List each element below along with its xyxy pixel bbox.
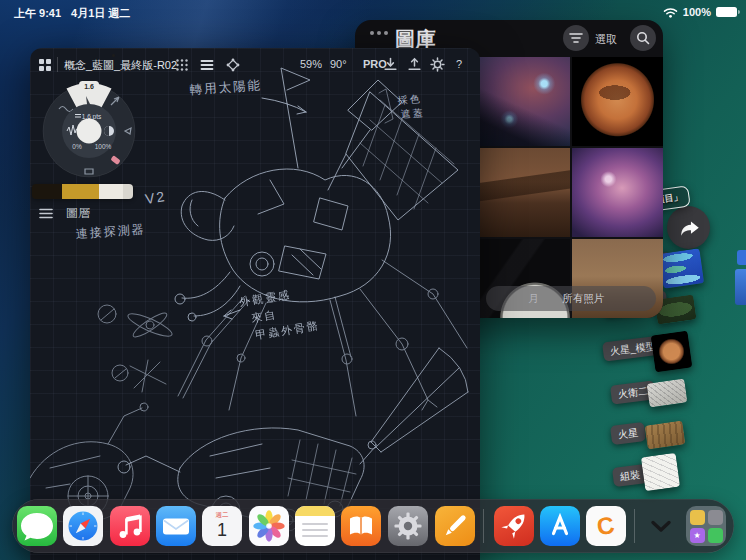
nav-all-photos[interactable]: 所有照片 <box>563 292 605 306</box>
dock-app-sketch-pen[interactable] <box>435 506 475 546</box>
layers-row[interactable]: 圖層 <box>39 205 90 222</box>
rotation-value[interactable]: 90° <box>330 58 347 70</box>
import-button[interactable] <box>383 57 398 72</box>
zoom-level[interactable]: 59% <box>300 58 322 70</box>
nav-months[interactable]: 月 <box>528 292 539 306</box>
opacity-min-label: 0% <box>72 143 82 150</box>
settings-button[interactable] <box>430 57 445 72</box>
drag-item-thumbnail[interactable] <box>645 420 686 449</box>
calendar-day: 1 <box>217 520 227 540</box>
notes-header-band <box>295 506 335 516</box>
photo-thumbnail[interactable] <box>478 57 570 146</box>
gallery-grid-button[interactable] <box>38 58 52 72</box>
dock-div​ider <box>634 509 635 543</box>
swatch-beige[interactable] <box>123 184 133 199</box>
search-button[interactable] <box>630 25 656 51</box>
music-note-icon <box>110 506 150 546</box>
wifi-icon <box>663 7 678 18</box>
edge-peek-item[interactable] <box>735 269 746 305</box>
stroke-size-value: 1.6 <box>84 83 94 90</box>
dots-grid-icon <box>175 58 189 72</box>
dock-app-settings[interactable] <box>388 506 428 546</box>
drag-item-thumbnail[interactable] <box>651 331 693 373</box>
color-swatch-bar[interactable] <box>32 184 133 199</box>
opacity-max-label: 100% <box>95 143 112 150</box>
dock-app-photos[interactable] <box>249 506 289 546</box>
dock-app-books[interactable] <box>341 506 381 546</box>
dock-app-notes[interactable] <box>295 506 335 546</box>
dock: 週二 1 <box>12 499 734 553</box>
drag-item-thumbnail[interactable] <box>647 378 688 407</box>
rocket-icon <box>494 506 534 546</box>
battery-icon <box>716 7 737 17</box>
concepts-c-glyph: C <box>595 511 617 542</box>
swatch-black[interactable] <box>32 184 62 199</box>
library-mini-icon: ★ <box>690 528 705 543</box>
library-mini-icon <box>708 510 723 525</box>
status-left[interactable]: 上午 9:41 4月1日 週二 <box>14 6 130 21</box>
share-button[interactable] <box>667 206 710 249</box>
drag-item-thumbnail[interactable] <box>659 248 704 288</box>
gear-icon <box>430 57 445 72</box>
lines-icon <box>200 58 214 72</box>
toolbar-divider <box>57 57 58 72</box>
status-right[interactable]: 100% <box>663 6 737 18</box>
export-button[interactable] <box>407 57 422 72</box>
annotation-shell-2: 來自 <box>250 308 278 324</box>
document-title[interactable]: 概念_藍圖_最終版-R02 <box>64 58 177 73</box>
dock-app-concepts[interactable]: C <box>586 506 626 546</box>
opacity-icon[interactable] <box>104 126 114 136</box>
dock-divider <box>483 509 484 543</box>
annotation-version: V2 <box>144 188 167 207</box>
hamburger-icon <box>39 208 53 219</box>
photo-thumbnail[interactable] <box>572 148 664 237</box>
layers-panel-button[interactable] <box>200 58 214 72</box>
dock-app-calendar[interactable]: 週二 1 <box>202 506 242 546</box>
edge-peek-item[interactable] <box>737 250 746 265</box>
precision-grid-button[interactable] <box>175 58 189 72</box>
dock-app-rocket[interactable] <box>494 506 534 546</box>
window-controls-dots-icon[interactable] <box>370 31 388 35</box>
open-book-icon <box>341 506 381 546</box>
filter-button[interactable] <box>563 25 589 51</box>
drag-item-label[interactable]: 火星 <box>610 422 646 445</box>
tool-wheel-center[interactable] <box>77 119 102 144</box>
dock-app-messages[interactable] <box>17 506 57 546</box>
settings-gear-icon <box>388 506 428 546</box>
annotation-shell-3: 甲蟲外骨骼 <box>254 319 320 341</box>
calendar-weekday: 週二 <box>216 511 229 520</box>
spider-robot-sketch <box>175 68 458 321</box>
annotation-probe: 連接探測器 <box>75 222 146 241</box>
dock-app-mail[interactable] <box>156 506 196 546</box>
dock-app-library[interactable]: ★ <box>686 506 726 546</box>
photo-thumbnail[interactable] <box>478 148 570 237</box>
spider-legs-sketch <box>178 260 467 416</box>
help-button[interactable]: ? <box>456 58 462 70</box>
notes-line <box>302 523 328 525</box>
select-button[interactable]: 選取 <box>595 32 617 47</box>
forward-arrow-icon <box>676 216 702 240</box>
drag-item-thumbnail[interactable] <box>641 453 680 492</box>
selection-tool-button[interactable] <box>226 58 240 72</box>
annotation-mask-1: 採色 <box>396 93 422 106</box>
dock-app-safari[interactable] <box>63 506 103 546</box>
annotation-mask-2: 遮蓋 <box>400 107 425 120</box>
concepts-window: 轉用太陽能 V2 連接探測器 外觀靈感 來自 甲蟲外骨骼 採色 遮蓋 概念_藍圖… <box>30 48 480 560</box>
photo-grid <box>478 57 663 318</box>
messages-bubble-icon <box>17 506 57 546</box>
swatch-gold[interactable] <box>62 184 98 199</box>
dock-app-appstore[interactable] <box>540 506 580 546</box>
notes-line <box>302 535 328 537</box>
search-icon <box>636 31 650 45</box>
ipad-screen: 圖庫 選取 月 所有照片 <box>0 0 746 560</box>
library-mini-icon <box>690 510 705 525</box>
battery-percent: 100% <box>683 6 711 18</box>
swatch-white[interactable] <box>99 184 123 199</box>
dock-app-music[interactable] <box>110 506 150 546</box>
chevron-down-icon <box>650 519 672 533</box>
filter-lines-icon <box>569 32 583 44</box>
status-time: 上午 9:41 <box>14 6 61 21</box>
dock-collapse-button[interactable] <box>641 506 681 546</box>
photo-thumbnail[interactable] <box>572 57 664 146</box>
tool-wheel[interactable]: 1.6 1.6 pts 0% 100% <box>39 81 139 181</box>
